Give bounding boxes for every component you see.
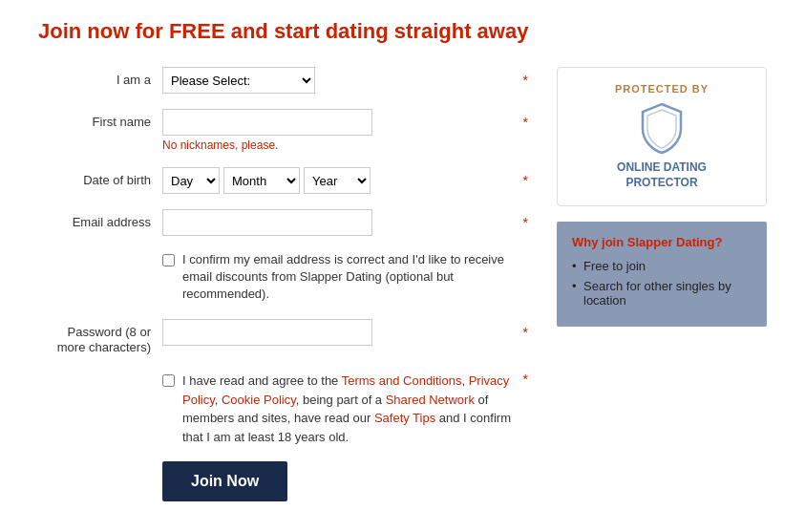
safety-tips-link[interactable]: Safety Tips bbox=[374, 411, 435, 425]
terms-link[interactable]: Terms and Conditions bbox=[342, 373, 462, 388]
password-input[interactable] bbox=[162, 319, 372, 346]
dob-year-select[interactable]: Year bbox=[304, 167, 371, 194]
why-join-title: Why join Slapper Dating? bbox=[572, 235, 752, 249]
gender-select[interactable]: Please Select: Male Female bbox=[162, 67, 315, 94]
gender-row: I am a Please Select: Male Female * bbox=[38, 67, 528, 94]
terms-required: * bbox=[523, 372, 528, 387]
password-row: Password (8 or more characters) * bbox=[38, 319, 528, 357]
join-button-row: Join Now bbox=[38, 461, 528, 501]
dob-label: Date of birth bbox=[38, 167, 162, 187]
password-required: * bbox=[523, 319, 528, 340]
email-confirm-checkbox[interactable] bbox=[162, 254, 175, 266]
cookie-link[interactable]: Cookie Policy bbox=[222, 393, 296, 407]
email-row: Email address * bbox=[38, 209, 528, 236]
dob-required: * bbox=[523, 167, 528, 188]
protection-label: PROTECTED BY bbox=[573, 83, 751, 95]
terms-comma1: , bbox=[461, 373, 468, 388]
gender-label: I am a bbox=[38, 67, 162, 87]
firstname-required: * bbox=[523, 109, 528, 130]
firstname-row: First name No nicknames, please. * bbox=[38, 109, 528, 152]
terms-row: I have read and agree to the Terms and C… bbox=[38, 372, 528, 446]
terms-label: I have read and agree to the Terms and C… bbox=[182, 372, 518, 446]
nickname-hint: No nicknames, please. bbox=[162, 138, 518, 152]
gender-required: * bbox=[523, 67, 528, 88]
protection-name: ONLINE DATING PROTECTOR bbox=[573, 160, 751, 190]
email-required: * bbox=[523, 209, 528, 230]
right-section: PROTECTED BY ONLINE DATING PROTECTOR Why… bbox=[557, 67, 767, 501]
password-label: Password (8 or more characters) bbox=[38, 319, 162, 357]
email-confirm-label: I confirm my email address is correct an… bbox=[182, 251, 528, 304]
why-join-item-2: Search for other singles by location bbox=[572, 279, 752, 308]
terms-text-1: I have read and agree to the bbox=[182, 373, 342, 388]
firstname-input[interactable] bbox=[162, 109, 372, 136]
why-join-item-1: Free to join bbox=[572, 259, 752, 273]
registration-form: I am a Please Select: Male Female * Firs… bbox=[38, 67, 528, 501]
protection-badge: PROTECTED BY ONLINE DATING PROTECTOR bbox=[557, 67, 767, 206]
join-now-button[interactable]: Join Now bbox=[162, 461, 287, 501]
dob-day-select[interactable]: Day bbox=[162, 167, 220, 194]
terms-comma2: , bbox=[215, 393, 222, 407]
page-title: Join now for FREE and start dating strai… bbox=[38, 19, 767, 44]
why-join-box: Why join Slapper Dating? Free to join Se… bbox=[557, 222, 767, 327]
dob-month-select[interactable]: Month January February March April May J… bbox=[223, 167, 300, 194]
why-join-list: Free to join Search for other singles by… bbox=[572, 259, 752, 308]
terms-checkbox[interactable] bbox=[162, 374, 175, 387]
firstname-label: First name bbox=[38, 109, 162, 129]
dob-row: Date of birth Day Month January February… bbox=[38, 167, 528, 194]
email-label: Email address bbox=[38, 209, 162, 229]
shield-icon bbox=[638, 102, 686, 155]
shared-network-link[interactable]: Shared Network bbox=[386, 393, 475, 407]
terms-text-2: , being part of a bbox=[296, 393, 386, 407]
email-confirm-row: I confirm my email address is correct an… bbox=[38, 251, 528, 304]
email-input[interactable] bbox=[162, 209, 372, 236]
